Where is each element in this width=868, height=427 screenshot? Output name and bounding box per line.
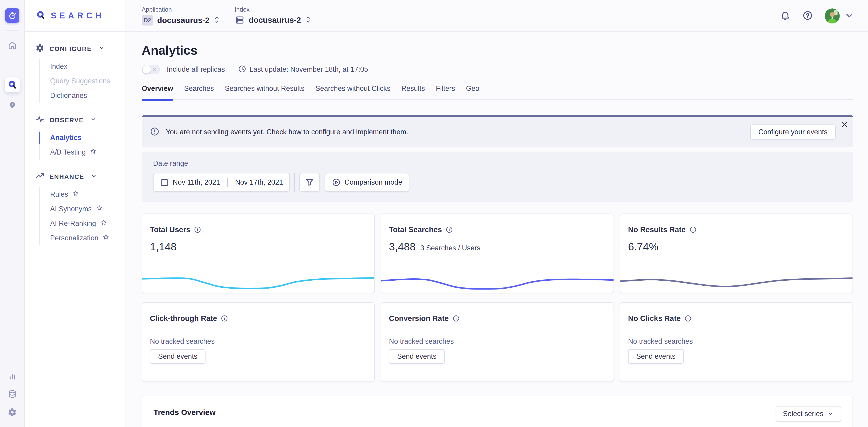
info-icon[interactable] [689,226,697,233]
nav-header-observe[interactable]: OBSERVE [35,115,126,125]
metric-subtitle: 3 Searches / Users [420,244,480,252]
card-title: No Results Rate [628,225,686,234]
comparison-mode-button[interactable]: Comparison mode [325,173,409,192]
info-icon[interactable] [684,315,692,322]
sidebar-item-personalization[interactable]: Personalization [50,231,126,245]
nav-section-configure: CONFIGURE Index Query Suggestions Dictio… [35,43,126,103]
tab-searches[interactable]: Searches [184,85,214,99]
chevron-down-icon [99,45,104,53]
sidebar-item-analytics[interactable]: Analytics [50,130,126,145]
toggle-row: Include all replicas Last update: Novemb… [142,64,853,74]
chevron-down-icon [90,116,96,124]
nav-item-label: Personalization [50,234,98,242]
sidebar-item-dictionaries[interactable]: Dictionaries [50,88,126,103]
clock-icon [238,65,246,74]
info-icon[interactable] [194,226,201,233]
chevron-down-icon [91,173,97,180]
include-replicas-toggle[interactable] [142,65,160,74]
nav-item-label: A/B Testing [50,148,86,156]
application-selector: Application D2 docusaurus-2 [142,6,220,26]
help-button[interactable] [802,10,813,22]
notifications-button[interactable] [780,10,790,22]
date-range-label: Date range [153,159,842,167]
date-range-picker[interactable]: Nov 11th, 2021 Nov 17th, 2021 [153,173,290,192]
metric-value: 1,148 [150,240,177,253]
toggle-knob [143,65,151,73]
icon-rail [0,0,25,427]
tab-results[interactable]: Results [401,85,425,99]
tab-searches-without-clicks[interactable]: Searches without Clicks [315,85,391,99]
nav-items-configure: Index Query Suggestions Dictionaries [39,59,126,103]
gear-icon [35,43,44,54]
nav-item-label: Rules [50,190,68,198]
sidebar-item-settings[interactable] [7,407,17,417]
nav-section-label: ENHANCE [50,173,84,180]
card-total-users: Total Users 1,148 [142,214,375,293]
filters-button[interactable] [299,173,320,192]
topbar-right [780,0,854,32]
star-icon [100,219,107,228]
star-icon [72,190,79,199]
avatar [825,8,840,24]
close-icon[interactable] [841,121,848,129]
tab-overview[interactable]: Overview [142,85,173,99]
select-updown-icon [214,15,220,25]
sidebar-item-ab-testing[interactable]: A/B Testing [50,145,126,160]
trending-up-icon [35,171,44,182]
date-range-panel: Date range Nov 11th, 2021 Nov 17th, 2021 [142,152,853,202]
events-banner: You are not sending events yet. Check ho… [142,115,853,147]
sidebar-item-recommend[interactable] [5,98,20,113]
date-separator [227,178,228,187]
toggle-label: Include all replicas [167,65,225,73]
nav-item-label: Query Suggestions [50,77,110,85]
sidebar-item-index[interactable]: Index [50,59,126,74]
card-total-searches: Total Searches 3,488 3 Searches / Users [381,214,614,293]
index-select[interactable]: docusaurus-2 [235,15,312,25]
select-series-button[interactable]: Select series [776,406,841,422]
tab-searches-without-results[interactable]: Searches without Results [225,85,305,99]
tab-filters[interactable]: Filters [436,85,455,99]
user-menu[interactable] [825,8,854,24]
sidebar-item-data[interactable] [7,389,17,399]
info-icon[interactable] [221,315,228,322]
sidebar-nav: CONFIGURE Index Query Suggestions Dictio… [25,32,126,245]
sidebar-item-rules[interactable]: Rules [50,187,126,202]
application-label: Application [142,6,220,13]
card-no-results-rate: No Results Rate 6.74% [620,214,853,293]
nav-section-observe: OBSERVE Analytics A/B Testing [35,115,126,160]
sidebar-item-home[interactable] [5,38,20,53]
empty-state-text: No tracked searches [628,337,845,346]
application-select[interactable]: D2 docusaurus-2 [142,15,220,26]
send-events-button[interactable]: Send events [389,349,444,364]
sidebar-item-ai-synonyms[interactable]: AI Synonyms [50,202,126,216]
info-icon[interactable] [445,226,453,233]
sidebar-item-ai-reranking[interactable]: AI Re-Ranking [50,216,126,231]
tab-geo[interactable]: Geo [466,85,479,99]
sidebar-item-search[interactable] [5,77,20,92]
home-icon [7,40,17,50]
date-end: Nov 17th, 2021 [235,178,283,187]
rail-divider [6,30,19,31]
sidebar-item-query-suggestions[interactable]: Query Suggestions [50,74,126,88]
nav-section-label: OBSERVE [50,117,84,124]
magnifier-icon [36,10,46,21]
nav-header-enhance[interactable]: ENHANCE [35,171,126,182]
nav-items-observe: Analytics A/B Testing [39,130,126,160]
send-events-button[interactable]: Send events [628,349,684,364]
info-icon[interactable] [453,315,460,322]
application-badge: D2 [142,15,153,26]
app-switcher-button[interactable] [5,8,19,23]
select-series-label: Select series [783,410,823,418]
send-events-button[interactable]: Send events [150,349,206,364]
last-update-text: Last update: November 18th, at 17:05 [249,65,368,73]
controls-divider [294,173,295,192]
configure-events-button[interactable]: Configure your events [750,125,836,139]
card-title: Total Users [150,225,190,234]
topbar: Application D2 docusaurus-2 Index [126,0,868,32]
sidebar-item-monitoring[interactable] [8,371,17,381]
sidebar: SEARCH CONFIGURE Index Que [25,0,126,427]
index-label: Index [235,6,312,13]
nav-header-configure[interactable]: CONFIGURE [35,43,126,54]
calendar-icon [160,178,169,187]
star-icon [96,205,103,213]
